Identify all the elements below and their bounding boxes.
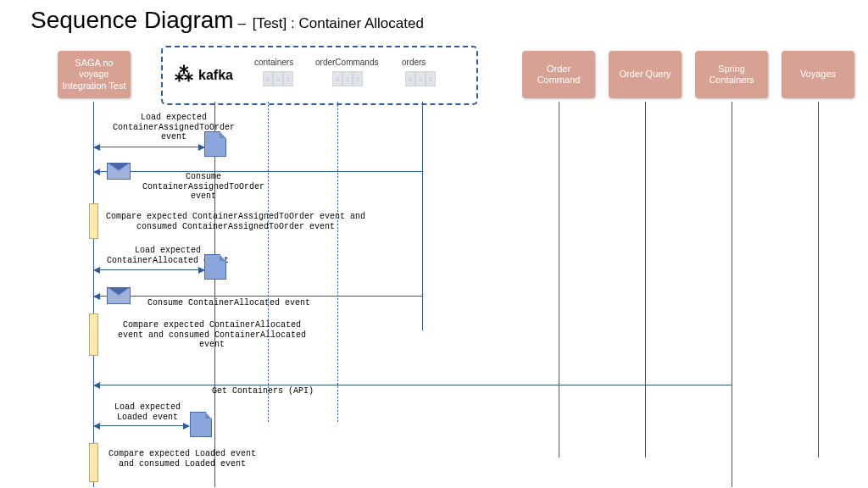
title-main: Sequence Diagram (31, 7, 234, 33)
topic-partition: 1 (415, 71, 426, 86)
arrow-load-container-allocated (94, 269, 204, 270)
msg-compare-container-assigned: Compare expected ContainerAssignedToOrde… (100, 212, 371, 231)
envelope-icon-container-allocated (107, 287, 131, 304)
title-sep: – (234, 15, 246, 31)
kafka-icon: ⁂ (175, 65, 193, 84)
lifeline-kafka-left (214, 102, 215, 487)
participant-integration-test: SAGA no voyage Integration Test (58, 51, 131, 98)
msg-consume-container-assigned: Consume ContainerAssignedToOrder event (136, 172, 271, 202)
lifeline-order-command (559, 102, 559, 458)
msg-compare-loaded: Compare expected Loaded event and consum… (102, 449, 263, 469)
doc-icon-container-assigned-expected (204, 131, 226, 157)
topic-partition: 2 (283, 71, 293, 86)
kafka-logo: ⁂ kafka (175, 66, 233, 85)
topic-partitions-order-commands: 012 (332, 71, 363, 86)
doc-icon-loaded-expected (190, 412, 212, 437)
envelope-icon-container-assigned (107, 163, 131, 180)
participant-label: Order Command (526, 64, 592, 86)
topic-label-orders: orders (402, 58, 426, 67)
diagram-stage: Sequence Diagram – [Test] : Container Al… (0, 0, 868, 488)
title-sub: [Test] : Container Allocated (253, 15, 424, 31)
participant-label: Voyages (800, 69, 836, 80)
lifeline-order-query (645, 102, 646, 458)
lifeline-spring-containers (732, 102, 732, 487)
topic-partitions-orders: 012 (405, 71, 436, 86)
topic-partition: 2 (353, 71, 363, 86)
participant-voyages: Voyages (782, 51, 854, 98)
arrow-load-loaded (94, 425, 189, 426)
topic-partition: 2 (426, 71, 436, 86)
participant-spring-containers: Spring Containers (695, 51, 768, 98)
participant-label: Order Query (619, 69, 670, 80)
arrow-consume-container-allocated (94, 296, 422, 297)
participant-label: SAGA no voyage Integration Test (61, 58, 127, 92)
activation-compare-2 (89, 313, 98, 356)
topic-partition: 0 (405, 71, 415, 86)
arrow-load-container-assigned (94, 147, 204, 147)
kafka-broker-box: ⁂ kafka containers 012 orderCommands 012… (161, 46, 478, 105)
topic-partition: 1 (342, 71, 353, 86)
lifeline-kafka-containers (268, 102, 269, 424)
activation-compare-1 (89, 203, 98, 239)
participant-order-command: Order Command (522, 51, 595, 98)
topic-partition: 1 (273, 71, 283, 86)
kafka-brand: kafka (198, 68, 233, 83)
activation-compare-3 (89, 443, 98, 482)
page-title: Sequence Diagram – [Test] : Container Al… (31, 7, 424, 34)
lifeline-kafka-order-commands (337, 102, 338, 424)
topic-label-containers: containers (254, 58, 293, 67)
participant-order-query: Order Query (609, 51, 682, 98)
topic-label-order-commands: orderCommands (315, 58, 378, 67)
msg-compare-container-allocated: Compare expected ContainerAllocated even… (110, 320, 314, 350)
lifeline-voyages (818, 102, 819, 458)
participant-label: Spring Containers (698, 64, 765, 86)
lifeline-kafka-orders (422, 102, 423, 330)
topic-partition: 0 (332, 71, 342, 86)
doc-icon-container-allocated-expected (204, 254, 226, 280)
arrow-get-containers-api (94, 385, 732, 385)
topic-partitions-containers: 012 (263, 71, 293, 86)
msg-load-loaded: Load expected Loaded event (97, 402, 198, 422)
msg-consume-container-allocated: Consume ContainerAllocated event (136, 298, 322, 308)
msg-get-containers-api: Get Containers (API) (178, 386, 348, 396)
topic-partition: 0 (263, 71, 273, 86)
